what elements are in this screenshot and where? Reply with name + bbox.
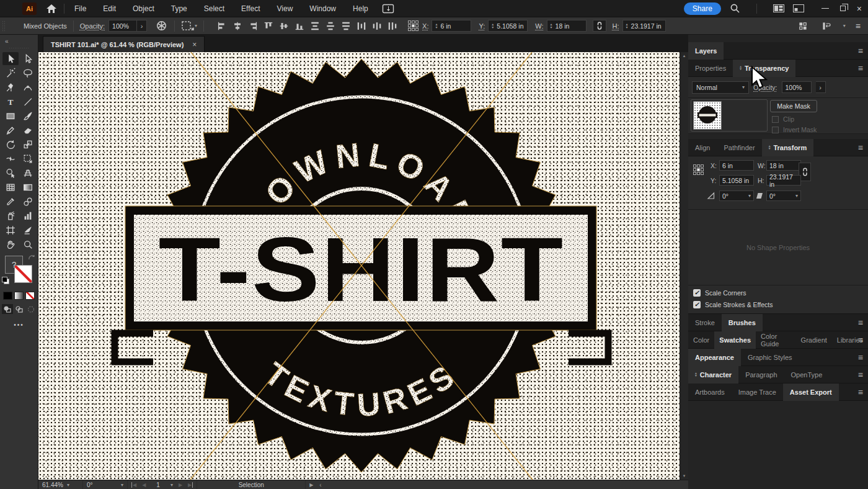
- opacity-chevron-icon[interactable]: ›: [137, 20, 147, 32]
- color-button[interactable]: [3, 292, 12, 300]
- distribute-h-left-icon[interactable]: [355, 20, 368, 32]
- illustrator-logo[interactable]: Ai: [22, 2, 37, 15]
- recolor-artwork-icon[interactable]: [154, 20, 168, 32]
- back-icon[interactable]: ‹: [319, 482, 321, 488]
- panel-menu-icon[interactable]: ≡: [858, 46, 863, 56]
- rectangle-tool[interactable]: [2, 109, 19, 122]
- panel-menu-icon[interactable]: ≡: [858, 370, 863, 380]
- width-tool[interactable]: [2, 152, 19, 165]
- menu-object[interactable]: Object: [133, 4, 154, 13]
- symbol-sprayer-tool[interactable]: [2, 209, 19, 222]
- column-graph-tool[interactable]: [20, 209, 36, 222]
- blend-mode-select[interactable]: Normal ▾: [692, 81, 749, 94]
- stroke-swatch[interactable]: [14, 265, 32, 283]
- rotate-field[interactable]: 0° ▾: [719, 191, 754, 201]
- last-artboard-icon[interactable]: ▶: [188, 482, 193, 488]
- chevron-down-icon[interactable]: ▾: [195, 23, 197, 29]
- workspace-layout-icon[interactable]: [773, 4, 784, 12]
- tab-gradient[interactable]: Gradient: [796, 331, 832, 349]
- menu-edit[interactable]: Edit: [103, 4, 116, 13]
- magic-wand-tool[interactable]: [2, 66, 19, 79]
- draw-normal-mode[interactable]: [2, 304, 13, 314]
- share-button[interactable]: Share: [684, 2, 721, 15]
- panel-menu-icon[interactable]: ≡: [858, 352, 863, 362]
- free-transform-tool[interactable]: [20, 152, 36, 165]
- gradient-button[interactable]: [14, 292, 24, 300]
- select-similar-icon[interactable]: [181, 20, 195, 32]
- w-field[interactable]: ▴▾ 18 in: [547, 20, 587, 32]
- gradient-tool[interactable]: [20, 181, 36, 194]
- tab-color-guide[interactable]: Color Guide: [756, 331, 796, 349]
- invert-mask-checkbox[interactable]: Invert Mask: [772, 126, 817, 133]
- opacity-field[interactable]: 100%: [108, 20, 137, 32]
- draw-inside-mode[interactable]: [25, 304, 37, 314]
- tf-h-field[interactable]: 23.1917 in: [766, 175, 801, 186]
- selection-tool[interactable]: [2, 52, 19, 65]
- scale-tool[interactable]: [20, 138, 36, 151]
- rotation-control[interactable]: 0° ▾: [83, 480, 128, 489]
- panel-menu-icon[interactable]: ≡: [858, 63, 863, 73]
- chevron-down-icon[interactable]: ▾: [843, 23, 846, 29]
- slice-tool[interactable]: [20, 223, 36, 236]
- panel-menu-icon[interactable]: ≡: [858, 143, 863, 153]
- perspective-grid-tool[interactable]: [20, 166, 36, 179]
- align-v-center-icon[interactable]: [277, 20, 291, 32]
- tab-align[interactable]: Align: [688, 139, 717, 156]
- panel-menu-icon[interactable]: ≡: [858, 318, 863, 328]
- scroll-down-icon[interactable]: ▾: [683, 473, 686, 478]
- arrange-icon[interactable]: [796, 20, 810, 32]
- tab-asset-export[interactable]: Asset Export: [783, 384, 839, 401]
- panel-opacity-field[interactable]: 100%: [782, 81, 812, 93]
- prev-artboard-icon[interactable]: ◀: [142, 482, 146, 488]
- distribute-h-right-icon[interactable]: [386, 20, 399, 32]
- chevron-down-icon[interactable]: ▾: [67, 482, 69, 488]
- shape-builder-tool[interactable]: [2, 166, 19, 179]
- tf-y-field[interactable]: 5.1058 in: [719, 175, 754, 186]
- close-icon[interactable]: ×: [857, 6, 862, 12]
- opacity-chevron-icon[interactable]: ›: [816, 81, 826, 93]
- align-right-icon[interactable]: [246, 20, 260, 32]
- tab-paragraph[interactable]: Paragraph: [738, 366, 784, 384]
- none-button[interactable]: [25, 292, 35, 300]
- blend-tool[interactable]: [20, 195, 36, 208]
- distribute-v-bottom-icon[interactable]: [339, 20, 353, 32]
- artboard-canvas[interactable]: DOWNLOAD T-SHIRT TEXTURES: [38, 52, 680, 480]
- scale-strokes-checkbox[interactable]: ✓ Scale Strokes & Effects: [693, 301, 868, 308]
- h-field[interactable]: ▴▾ 23.1917 in: [622, 20, 666, 32]
- align-h-center-icon[interactable]: [231, 20, 244, 32]
- link-dimensions-icon[interactable]: [593, 20, 606, 32]
- menu-window[interactable]: Window: [309, 4, 336, 13]
- tab-stroke[interactable]: Stroke: [688, 314, 722, 331]
- home-icon[interactable]: [46, 4, 56, 13]
- shear-field[interactable]: 0° ▾: [766, 191, 801, 201]
- isolate-icon[interactable]: [820, 20, 833, 32]
- collapse-panel-icon[interactable]: «: [0, 35, 38, 45]
- default-fill-stroke-icon[interactable]: [2, 277, 7, 282]
- lasso-tool[interactable]: [20, 66, 36, 79]
- vertical-scrollbar[interactable]: ▴ ▾: [680, 52, 688, 480]
- eraser-tool[interactable]: [20, 123, 36, 137]
- distribute-v-top-icon[interactable]: [308, 20, 322, 32]
- tab-pathfinder[interactable]: Pathfinder: [717, 139, 761, 156]
- tab-layers[interactable]: Layers: [688, 42, 724, 60]
- object-thumbnail[interactable]: [693, 101, 722, 130]
- scale-corners-checkbox[interactable]: ✓ Scale Corners: [693, 289, 868, 297]
- make-mask-button[interactable]: Make Mask: [770, 100, 817, 112]
- opacity-label[interactable]: Opacity:: [80, 22, 105, 30]
- distribute-h-center-icon[interactable]: [370, 20, 384, 32]
- mesh-tool[interactable]: [2, 181, 19, 194]
- x-field[interactable]: ▴▾ 6 in: [432, 20, 471, 32]
- menu-effect[interactable]: Effect: [241, 4, 260, 13]
- chevron-down-icon[interactable]: ▾: [170, 482, 173, 488]
- tab-character[interactable]: ▴▾ Character: [688, 366, 738, 384]
- reference-point-icon[interactable]: [408, 20, 418, 31]
- align-bottom-icon[interactable]: [293, 20, 306, 32]
- swap-fill-stroke-icon[interactable]: [28, 254, 35, 262]
- tab-graphic-styles[interactable]: Graphic Styles: [741, 349, 799, 366]
- tab-appearance[interactable]: Appearance: [688, 349, 741, 366]
- search-icon[interactable]: [730, 3, 740, 14]
- line-segment-tool[interactable]: [20, 95, 36, 108]
- more-tools-icon[interactable]: •••: [0, 321, 38, 328]
- arrange-documents-icon[interactable]: [382, 4, 394, 14]
- minimize-icon[interactable]: [822, 8, 829, 9]
